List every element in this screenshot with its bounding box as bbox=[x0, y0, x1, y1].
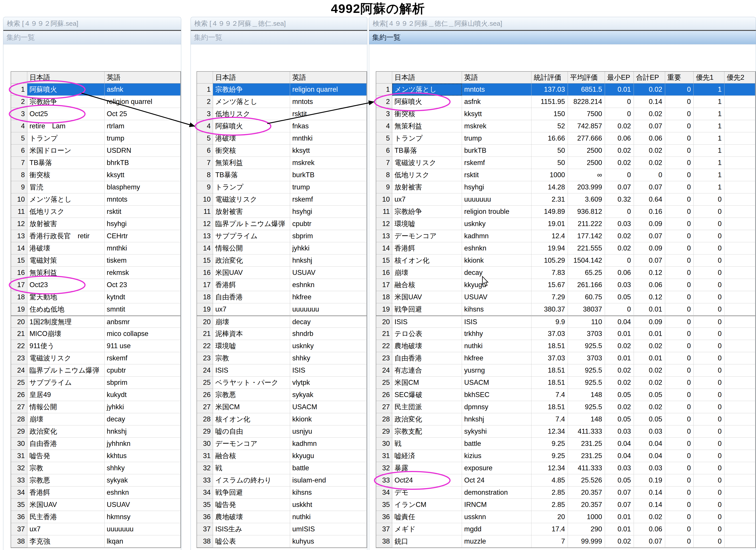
cell-japanese[interactable]: メギド bbox=[392, 523, 462, 535]
cell-value[interactable]: 1 bbox=[694, 181, 724, 193]
cell-value[interactable] bbox=[724, 279, 755, 291]
row-number[interactable]: 3 bbox=[197, 108, 213, 120]
cell-english[interactable]: eshnkn bbox=[290, 279, 367, 291]
row-number[interactable]: 16 bbox=[11, 267, 27, 279]
cell-english[interactable]: eshnkn bbox=[462, 242, 531, 254]
row-number[interactable]: 14 bbox=[11, 242, 27, 254]
cell-japanese[interactable]: 戦 bbox=[392, 438, 462, 450]
cell-english[interactable]: Oct 25 bbox=[105, 108, 181, 120]
cell-value[interactable]: 0.12 bbox=[634, 291, 665, 303]
cell-value[interactable]: 1000 bbox=[531, 169, 568, 181]
cell-value[interactable]: 0 bbox=[694, 291, 724, 303]
cell-value[interactable]: 1 bbox=[694, 108, 724, 120]
cell-value[interactable]: 1 bbox=[694, 145, 724, 157]
cell-value[interactable]: 25.526 bbox=[568, 474, 605, 486]
cell-value[interactable] bbox=[724, 523, 755, 535]
cell-value[interactable]: 211.222 bbox=[568, 218, 605, 230]
row-number[interactable]: 6 bbox=[197, 145, 213, 157]
cell-value[interactable]: 0 bbox=[665, 83, 694, 96]
cell-english[interactable]: mico collapse bbox=[105, 328, 181, 340]
row-number[interactable]: 38 bbox=[11, 535, 27, 548]
cell-value[interactable]: 0.09 bbox=[634, 242, 665, 254]
cell-english[interactable]: kkyugu bbox=[462, 279, 531, 291]
cell-value[interactable]: 0 bbox=[665, 267, 694, 279]
cell-value[interactable]: 0 bbox=[605, 96, 634, 108]
cell-japanese[interactable]: サブプライム bbox=[27, 377, 105, 389]
cell-value[interactable] bbox=[724, 206, 755, 218]
cell-value[interactable]: 12.34 bbox=[531, 425, 568, 438]
cell-english[interactable]: mnthki bbox=[290, 132, 367, 145]
row-number[interactable]: 21 bbox=[376, 328, 392, 340]
cell-english[interactable]: rskemf bbox=[462, 157, 531, 169]
cell-japanese[interactable]: 香港餌 bbox=[213, 279, 290, 291]
row-number[interactable]: 27 bbox=[376, 401, 392, 413]
row-number[interactable]: 24 bbox=[197, 364, 213, 377]
cell-japanese[interactable]: 崩壊 bbox=[27, 413, 105, 425]
cell-value[interactable]: 0 bbox=[694, 267, 724, 279]
cell-value[interactable]: 0.02 bbox=[634, 157, 665, 169]
cell-value[interactable]: 16.66 bbox=[531, 132, 568, 145]
cell-english[interactable]: USUAV bbox=[462, 291, 531, 303]
cell-english[interactable]: exposure bbox=[462, 462, 531, 474]
cell-value[interactable]: 0.07 bbox=[605, 486, 634, 499]
cell-value[interactable]: 18.51 bbox=[531, 364, 568, 377]
cell-english[interactable]: rskemf bbox=[105, 352, 181, 364]
cell-value[interactable]: 7.29 bbox=[531, 291, 568, 303]
cell-english[interactable]: shhky bbox=[105, 462, 181, 474]
cell-value[interactable]: 0.09 bbox=[634, 218, 665, 230]
row-number[interactable]: 38 bbox=[376, 535, 392, 548]
row-number[interactable]: 7 bbox=[11, 157, 27, 169]
cell-japanese[interactable]: 電磁対策 bbox=[27, 254, 105, 267]
cell-english[interactable]: burkTB bbox=[290, 169, 367, 181]
cell-value[interactable]: 0 bbox=[665, 108, 694, 120]
window-titlebar[interactable]: 検索[４９９２阿蘇＿徳仁＿阿蘇山噴火.sea] bbox=[369, 17, 756, 30]
cell-value[interactable] bbox=[724, 438, 755, 450]
row-number[interactable]: 25 bbox=[197, 377, 213, 389]
cell-english[interactable]: hnkshj bbox=[105, 425, 181, 438]
cell-english[interactable]: hsyhgi bbox=[105, 218, 181, 230]
cell-value[interactable]: 0.03 bbox=[634, 425, 665, 438]
cell-value[interactable]: 19.01 bbox=[531, 218, 568, 230]
cell-japanese[interactable]: デモ bbox=[392, 486, 462, 499]
row-number[interactable]: 26 bbox=[376, 389, 392, 401]
cell-value[interactable]: 0 bbox=[665, 340, 694, 352]
cell-english[interactable]: USDRN bbox=[105, 145, 181, 157]
cell-value[interactable]: 0 bbox=[694, 206, 724, 218]
column-header[interactable]: 英語 bbox=[290, 72, 367, 83]
row-number[interactable]: 26 bbox=[197, 389, 213, 401]
cell-value[interactable] bbox=[724, 450, 755, 462]
row-number[interactable]: 8 bbox=[376, 169, 392, 181]
cell-japanese[interactable]: 宗教紛争 bbox=[27, 96, 105, 108]
cell-value[interactable] bbox=[724, 267, 755, 279]
cell-english[interactable]: kksytt bbox=[290, 145, 367, 157]
row-number[interactable]: 29 bbox=[197, 425, 213, 438]
cell-japanese[interactable]: Oct24 bbox=[392, 474, 462, 486]
row-number[interactable]: 1 bbox=[376, 83, 392, 96]
cell-english[interactable]: decay bbox=[105, 413, 181, 425]
cell-value[interactable]: 290 bbox=[568, 523, 605, 535]
cell-value[interactable]: 0 bbox=[665, 303, 694, 316]
cell-value[interactable] bbox=[724, 145, 755, 157]
row-number[interactable]: 7 bbox=[376, 157, 392, 169]
cell-value[interactable]: 8228.214 bbox=[568, 96, 605, 108]
cell-japanese[interactable]: retire Lam bbox=[27, 120, 105, 132]
cell-english[interactable]: blasphemy bbox=[105, 181, 181, 193]
row-number[interactable]: 14 bbox=[197, 242, 213, 254]
cell-value[interactable]: 2500 bbox=[568, 157, 605, 169]
cell-value[interactable]: 0 bbox=[694, 340, 724, 352]
row-number[interactable]: 2 bbox=[11, 96, 27, 108]
row-number[interactable]: 17 bbox=[197, 279, 213, 291]
cell-english[interactable]: decay bbox=[290, 316, 367, 328]
cell-value[interactable]: 0 bbox=[694, 230, 724, 242]
cell-japanese[interactable]: 衝突核 bbox=[213, 145, 290, 157]
cell-japanese[interactable]: 戦 bbox=[213, 462, 290, 474]
row-number[interactable]: 13 bbox=[376, 230, 392, 242]
cell-japanese[interactable]: 衝突核 bbox=[27, 169, 105, 181]
row-number[interactable]: 17 bbox=[376, 279, 392, 291]
cell-japanese[interactable]: 自由香港 bbox=[27, 438, 105, 450]
cell-value[interactable]: 0.02 bbox=[605, 401, 634, 413]
cell-japanese[interactable]: 嘘公表 bbox=[213, 535, 290, 548]
cell-value[interactable] bbox=[724, 254, 755, 267]
cell-value[interactable]: 0 bbox=[665, 206, 694, 218]
cell-value[interactable]: 0.02 bbox=[605, 364, 634, 377]
